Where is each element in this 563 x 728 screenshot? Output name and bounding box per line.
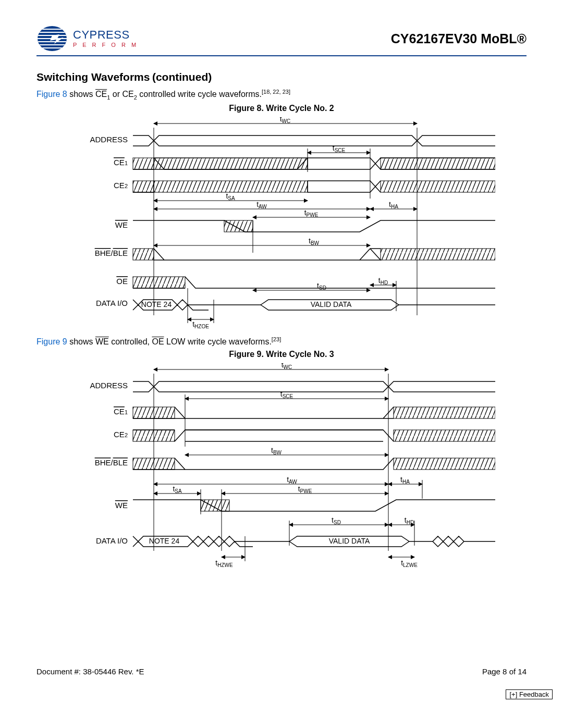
intro2-we: WE [95, 337, 109, 346]
svg-text:tHD: tHD [405, 516, 414, 525]
svg-text:CE1: CE1 [114, 407, 128, 416]
intro1-refs: [18, 22, 23] [262, 89, 290, 95]
figure8-diagram: tWC ADDRESS CE1 tSCE CE2 tSA tAW tHA WE … [36, 117, 527, 331]
page-header: CYPRESS P E R F O R M CY62167EV30 MoBL® [36, 25, 527, 56]
svg-text:DATA I/O: DATA I/O [96, 299, 128, 307]
svg-rect-73 [394, 458, 495, 470]
svg-text:VALID DATA: VALID DATA [329, 537, 370, 545]
svg-text:tAW: tAW [256, 200, 267, 209]
figure9-intro: Figure 9 shows WE controlled, OE LOW wri… [36, 336, 527, 347]
svg-text:BHE/BLE: BHE/BLE [95, 249, 128, 257]
svg-text:CE2: CE2 [114, 181, 128, 190]
intro1-mid: or CE [110, 90, 133, 98]
part-number: CY62167EV30 MoBL® [391, 31, 527, 46]
svg-rect-72 [133, 458, 175, 470]
svg-text:tBW: tBW [271, 446, 282, 455]
svg-text:tPWE: tPWE [298, 485, 312, 494]
figure9-caption: Figure 9. Write Cycle No. 3 [36, 350, 527, 359]
svg-text:tWC: tWC [282, 363, 292, 370]
svg-text:tHD: tHD [378, 276, 388, 286]
intro2-before: shows [67, 337, 95, 346]
svg-text:WE: WE [115, 220, 128, 229]
logo: CYPRESS P E R F O R M [36, 25, 138, 52]
svg-text:tLZWE: tLZWE [401, 559, 418, 568]
intro1-ce1: CE [95, 90, 107, 98]
document-number: Document #: 38-05446 Rev. *E [36, 667, 144, 676]
figure-link-9[interactable]: Figure 9 [36, 337, 67, 346]
svg-text:OE: OE [116, 277, 128, 286]
tagline-text: P E R F O R M [73, 42, 138, 48]
svg-rect-67 [394, 407, 495, 418]
intro2-mid: controlled, [109, 337, 152, 346]
svg-text:BHE/BLE: BHE/BLE [95, 458, 128, 467]
svg-text:NOTE 24: NOTE 24 [149, 537, 180, 545]
svg-text:NOTE 24: NOTE 24 [141, 300, 172, 309]
svg-text:tHZOE: tHZOE [192, 320, 209, 329]
svg-text:tHZWE: tHZWE [215, 559, 233, 568]
intro2-after: LOW write cycle waveforms. [164, 337, 272, 346]
svg-text:tHA: tHA [389, 200, 398, 209]
svg-rect-88 [201, 500, 229, 511]
intro1-after: controlled write cycle waveforms. [137, 90, 262, 98]
brand-text: CYPRESS [73, 29, 138, 41]
svg-rect-39 [133, 249, 154, 260]
svg-text:tSA: tSA [226, 192, 235, 201]
section-heading: Switching Waveforms (continued) [36, 71, 527, 83]
svg-text:DATA I/O: DATA I/O [96, 536, 128, 545]
section-title: Switching Waveforms [36, 71, 150, 83]
svg-rect-18 [381, 158, 495, 169]
svg-rect-66 [133, 407, 175, 418]
svg-rect-69 [133, 430, 175, 441]
part-text: CY62167EV30 MoBL® [391, 31, 527, 46]
svg-text:CE2: CE2 [114, 430, 128, 439]
figure-link-8[interactable]: Figure 8 [36, 90, 67, 98]
svg-text:tHA: tHA [400, 475, 410, 485]
svg-rect-70 [394, 430, 495, 441]
logo-icon [36, 25, 68, 52]
svg-text:tSD: tSD [317, 281, 326, 291]
feedback-button[interactable]: [+] Feedback [506, 689, 553, 699]
svg-text:ADDRESS: ADDRESS [90, 381, 128, 390]
svg-text:tWC: tWC [280, 117, 291, 124]
svg-text:tSA: tSA [173, 485, 182, 494]
svg-rect-16 [133, 158, 154, 169]
figure8-caption: Figure 8. Write Cycle No. 2 [36, 104, 527, 113]
section-continued: (continued) [152, 71, 212, 83]
svg-rect-44 [133, 277, 185, 288]
svg-rect-25 [154, 181, 308, 192]
svg-text:tPWE: tPWE [304, 208, 319, 218]
svg-text:WE: WE [115, 501, 128, 510]
svg-rect-17 [154, 158, 308, 169]
figure8-intro: Figure 8 shows CE1 or CE2 controlled wri… [36, 89, 527, 101]
svg-text:tBW: tBW [309, 237, 320, 246]
svg-text:VALID DATA: VALID DATA [311, 300, 352, 309]
svg-text:tSCE: tSCE [280, 390, 293, 399]
figure9-diagram: tWC ADDRESS tSCE CE1 CE2 BHE/BLE tBW tAW… [36, 363, 527, 572]
svg-rect-26 [381, 181, 495, 192]
svg-text:ADDRESS: ADDRESS [90, 135, 128, 144]
intro1-before: shows [67, 90, 95, 98]
svg-rect-40 [381, 249, 495, 260]
page-footer: Document #: 38-05446 Rev. *E Page 8 of 1… [36, 667, 527, 676]
svg-text:tAW: tAW [287, 475, 297, 485]
intro2-refs: [23] [272, 336, 281, 342]
svg-text:tSCE: tSCE [333, 144, 346, 153]
page-number: Page 8 of 14 [482, 667, 527, 676]
svg-rect-24 [133, 181, 154, 192]
svg-rect-34 [224, 220, 253, 232]
intro2-oe: OE [152, 337, 164, 346]
svg-text:tSD: tSD [332, 516, 341, 525]
svg-text:CE1: CE1 [114, 158, 128, 167]
